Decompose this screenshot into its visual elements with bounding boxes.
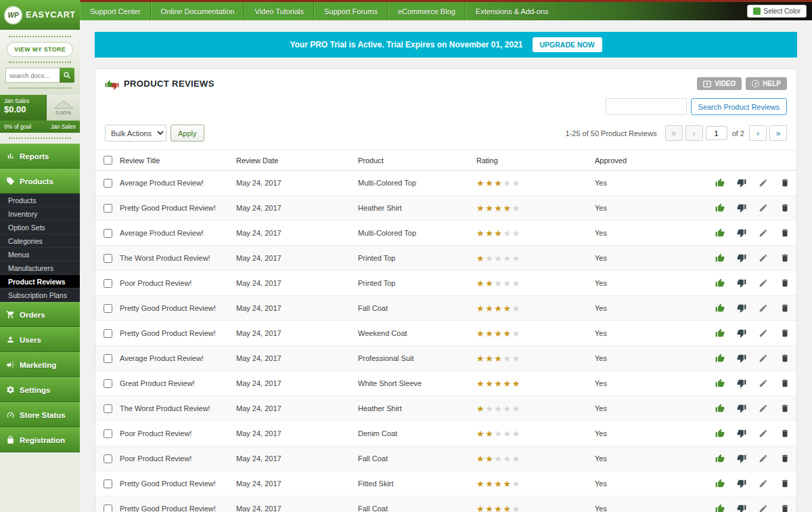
video-button[interactable]: VIDEO: [697, 77, 742, 90]
row-checkbox[interactable]: [104, 229, 112, 238]
delete-trash-icon[interactable]: [780, 479, 790, 488]
edit-pencil-icon[interactable]: [759, 429, 768, 438]
delete-trash-icon[interactable]: [780, 253, 790, 263]
help-button[interactable]: i HELP: [746, 77, 787, 90]
edit-pencil-icon[interactable]: [759, 328, 768, 338]
disapprove-thumbs-down-icon[interactable]: [737, 203, 746, 213]
first-page-button[interactable]: «: [665, 125, 683, 141]
edit-pencil-icon[interactable]: [759, 278, 768, 288]
bulk-actions-select[interactable]: Bulk Actions: [105, 125, 166, 142]
search-icon[interactable]: [60, 68, 74, 83]
approve-thumbs-up-icon[interactable]: [715, 253, 725, 263]
sidebar-subitem-option-sets[interactable]: Option Sets: [0, 221, 80, 234]
sidebar-subitem-manufacturers[interactable]: Manufacturers: [0, 261, 80, 275]
edit-pencil-icon[interactable]: [759, 228, 768, 238]
sidebar-item-registration[interactable]: Registration: [0, 427, 80, 452]
disapprove-thumbs-down-icon[interactable]: [737, 479, 746, 488]
last-page-button[interactable]: »: [769, 125, 787, 141]
page-number-input[interactable]: [706, 126, 727, 140]
delete-trash-icon[interactable]: [780, 504, 790, 512]
edit-pencil-icon[interactable]: [759, 303, 768, 313]
disapprove-thumbs-down-icon[interactable]: [737, 303, 746, 313]
row-checkbox[interactable]: [104, 354, 112, 363]
docs-search-input[interactable]: [5, 68, 60, 83]
review-search-input[interactable]: [606, 98, 687, 115]
approve-thumbs-up-icon[interactable]: [715, 479, 725, 488]
row-checkbox[interactable]: [104, 329, 112, 338]
delete-trash-icon[interactable]: [780, 203, 790, 213]
disapprove-thumbs-down-icon[interactable]: [737, 278, 746, 288]
next-page-button[interactable]: ›: [749, 125, 767, 141]
sidebar-item-orders[interactable]: Orders: [0, 302, 80, 327]
topnav-tab-support-forums[interactable]: Support Forums: [314, 2, 388, 20]
row-checkbox[interactable]: [104, 254, 112, 263]
edit-pencil-icon[interactable]: [759, 253, 768, 263]
disapprove-thumbs-down-icon[interactable]: [737, 404, 746, 413]
delete-trash-icon[interactable]: [780, 379, 790, 388]
sidebar-item-marketing[interactable]: Marketing: [0, 352, 80, 377]
edit-pencil-icon[interactable]: [759, 404, 768, 413]
edit-pencil-icon[interactable]: [759, 203, 768, 213]
disapprove-thumbs-down-icon[interactable]: [737, 454, 746, 463]
approve-thumbs-up-icon[interactable]: [715, 429, 725, 438]
sidebar-subitem-inventory[interactable]: Inventory: [0, 207, 80, 221]
edit-pencil-icon[interactable]: [759, 178, 768, 188]
select-all-checkbox[interactable]: [104, 156, 112, 165]
row-checkbox[interactable]: [104, 454, 112, 463]
delete-trash-icon[interactable]: [780, 303, 790, 313]
sidebar-item-users[interactable]: Users: [0, 327, 80, 352]
approve-thumbs-up-icon[interactable]: [715, 228, 725, 238]
approve-thumbs-up-icon[interactable]: [715, 303, 725, 313]
delete-trash-icon[interactable]: [780, 354, 790, 363]
topnav-tab-online-documentation[interactable]: Online Documentation: [151, 2, 245, 20]
sidebar-subitem-products[interactable]: Products: [0, 194, 80, 207]
delete-trash-icon[interactable]: [780, 228, 790, 238]
row-checkbox[interactable]: [104, 404, 112, 413]
topnav-tab-support-center[interactable]: Support Center: [80, 2, 151, 20]
row-checkbox[interactable]: [104, 304, 112, 313]
disapprove-thumbs-down-icon[interactable]: [737, 253, 746, 263]
approve-thumbs-up-icon[interactable]: [715, 404, 725, 413]
row-checkbox[interactable]: [104, 505, 112, 512]
edit-pencil-icon[interactable]: [759, 379, 768, 388]
delete-trash-icon[interactable]: [780, 328, 790, 338]
prev-page-button[interactable]: ‹: [685, 125, 703, 141]
edit-pencil-icon[interactable]: [759, 479, 768, 488]
approve-thumbs-up-icon[interactable]: [715, 504, 725, 512]
search-reviews-button[interactable]: Search Product Reviews: [691, 98, 787, 115]
sidebar-subitem-product-reviews[interactable]: Product Reviews: [0, 275, 80, 289]
approve-thumbs-up-icon[interactable]: [715, 354, 725, 363]
topnav-tab-extensions-add-ons[interactable]: Extensions & Add-ons: [466, 2, 559, 20]
disapprove-thumbs-down-icon[interactable]: [737, 429, 746, 438]
edit-pencil-icon[interactable]: [759, 454, 768, 463]
sidebar-subitem-subscription-plans[interactable]: Subscription Plans: [0, 289, 80, 302]
disapprove-thumbs-down-icon[interactable]: [737, 504, 746, 512]
delete-trash-icon[interactable]: [780, 454, 790, 463]
disapprove-thumbs-down-icon[interactable]: [737, 354, 746, 363]
sidebar-item-reports[interactable]: Reports: [0, 144, 80, 169]
topnav-tab-video-tutorials[interactable]: Video Tutorials: [244, 2, 314, 20]
approve-thumbs-up-icon[interactable]: [715, 379, 725, 388]
sidebar-item-settings[interactable]: Settings: [0, 377, 80, 402]
row-checkbox[interactable]: [104, 279, 112, 288]
edit-pencil-icon[interactable]: [759, 354, 768, 363]
disapprove-thumbs-down-icon[interactable]: [737, 228, 746, 238]
approve-thumbs-up-icon[interactable]: [715, 328, 725, 338]
disapprove-thumbs-down-icon[interactable]: [737, 379, 746, 388]
approve-thumbs-up-icon[interactable]: [715, 203, 725, 213]
disapprove-thumbs-down-icon[interactable]: [737, 328, 746, 338]
view-my-store-button[interactable]: VIEW MY STORE: [7, 42, 73, 57]
row-checkbox[interactable]: [104, 179, 112, 188]
delete-trash-icon[interactable]: [780, 178, 790, 188]
row-checkbox[interactable]: [104, 204, 112, 213]
edit-pencil-icon[interactable]: [759, 504, 768, 512]
topnav-tab-ecommerce-blog[interactable]: eCommerce Blog: [388, 2, 466, 20]
select-color-button[interactable]: Select Color: [747, 5, 807, 18]
sidebar-subitem-categories[interactable]: Categories: [0, 234, 80, 248]
sidebar-item-store-status[interactable]: Store Status: [0, 402, 80, 427]
upgrade-now-button[interactable]: UPGRADE NOW: [533, 37, 602, 52]
approve-thumbs-up-icon[interactable]: [715, 178, 725, 188]
sidebar-item-products[interactable]: Products: [0, 169, 80, 194]
approve-thumbs-up-icon[interactable]: [715, 454, 725, 463]
row-checkbox[interactable]: [104, 429, 112, 438]
